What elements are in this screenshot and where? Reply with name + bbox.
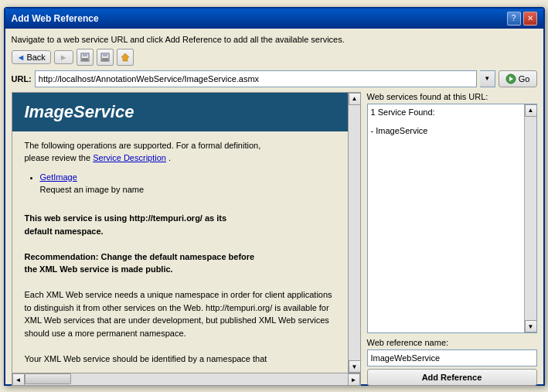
help-button[interactable]: ? bbox=[507, 12, 521, 26]
services-content: 1 Service Found: - ImageService bbox=[368, 104, 524, 333]
operations-list: GetImage Request an image by name bbox=[40, 171, 335, 196]
list-item: GetImage Request an image by name bbox=[40, 171, 335, 196]
ref-name-input[interactable] bbox=[367, 349, 537, 366]
svg-rect-5 bbox=[102, 58, 108, 61]
svg-rect-4 bbox=[103, 53, 107, 56]
service-header: ImageService bbox=[12, 93, 348, 131]
scroll-track-h[interactable] bbox=[25, 373, 348, 385]
forward-button[interactable]: ► bbox=[54, 50, 73, 64]
services-scroll-up[interactable]: ▲ bbox=[525, 104, 536, 117]
forward-arrow-icon: ► bbox=[60, 53, 68, 62]
services-section: Web services found at this URL: 1 Servic… bbox=[367, 92, 537, 334]
svg-rect-2 bbox=[82, 58, 88, 61]
svg-marker-6 bbox=[121, 53, 129, 61]
save-button-2[interactable] bbox=[97, 49, 114, 66]
add-reference-button[interactable]: Add Reference bbox=[367, 369, 537, 386]
left-inner: ImageService The following operations ar… bbox=[12, 93, 360, 373]
get-image-link[interactable]: GetImage bbox=[40, 172, 77, 182]
navigation-toolbar: ◄ Back ► bbox=[12, 49, 537, 66]
url-dropdown[interactable]: ▼ bbox=[480, 70, 495, 87]
svg-rect-1 bbox=[83, 53, 87, 56]
main-window: Add Web Reference ? ✕ Navigate to a web … bbox=[4, 7, 545, 386]
scroll-thumb-h[interactable] bbox=[25, 373, 71, 384]
left-vertical-scrollbar: ▲ ▼ bbox=[348, 93, 360, 373]
services-found-text: 1 Service Found: bbox=[371, 107, 521, 117]
url-label: URL: bbox=[12, 74, 32, 84]
services-list-box: 1 Service Found: - ImageService ▲ ▼ bbox=[367, 104, 537, 334]
close-button[interactable]: ✕ bbox=[523, 12, 537, 26]
left-content-scroll: ImageService The following operations ar… bbox=[12, 93, 348, 373]
ref-name-section: Web reference name: Add Reference bbox=[367, 338, 537, 386]
service-desc-para1: The following operations are supported. … bbox=[25, 139, 335, 165]
url-input[interactable] bbox=[35, 70, 477, 87]
home-button[interactable] bbox=[117, 49, 134, 66]
back-label: Back bbox=[26, 53, 45, 62]
ref-name-label: Web reference name: bbox=[367, 338, 537, 347]
services-scroll-down[interactable]: ▼ bbox=[525, 320, 536, 332]
go-button[interactable]: Go bbox=[499, 70, 537, 87]
service-item: - ImageService bbox=[371, 126, 521, 135]
recommendation: Recommendation: Change the default names… bbox=[25, 251, 335, 276]
service-description: The following operations are supported. … bbox=[12, 131, 348, 373]
back-arrow-icon: ◄ bbox=[17, 53, 26, 62]
save-button-1[interactable] bbox=[77, 49, 94, 66]
back-button[interactable]: ◄ Back bbox=[12, 50, 51, 64]
content-area: Navigate to a web service URL and click … bbox=[5, 29, 543, 393]
url-row: URL: ▼ Go bbox=[12, 70, 537, 87]
scroll-down-arrow[interactable]: ▼ bbox=[349, 360, 360, 373]
go-label: Go bbox=[519, 74, 530, 84]
title-bar-buttons: ? ✕ bbox=[507, 12, 537, 26]
scroll-up-arrow[interactable]: ▲ bbox=[349, 93, 360, 105]
instruction-text: Navigate to a web service URL and click … bbox=[12, 35, 537, 44]
more-text: Each XML Web service needs a unique name… bbox=[25, 288, 335, 339]
services-section-label: Web services found at this URL: bbox=[367, 92, 537, 101]
title-bar: Add Web Reference ? ✕ bbox=[5, 9, 543, 29]
right-panel: Web services found at this URL: 1 Servic… bbox=[367, 92, 537, 387]
service-desc-link[interactable]: Service Description bbox=[93, 153, 166, 162]
namespace-warning: This web service is using http://tempuri… bbox=[25, 212, 335, 237]
services-scroll-track[interactable] bbox=[525, 117, 536, 321]
operation-desc: Request an image by name bbox=[40, 185, 145, 194]
scroll-track-v[interactable] bbox=[349, 105, 360, 361]
left-horizontal-scrollbar: ◄ ► bbox=[12, 373, 360, 385]
left-panel: ImageService The following operations ar… bbox=[12, 92, 361, 387]
more-text-2: Your XML Web service should be identifie… bbox=[25, 353, 335, 366]
services-scrollbar: ▲ ▼ bbox=[524, 104, 536, 333]
scroll-right-arrow[interactable]: ► bbox=[348, 373, 360, 386]
window-title: Add Web Reference bbox=[12, 13, 99, 24]
scroll-left-arrow[interactable]: ◄ bbox=[12, 373, 25, 386]
main-split: ImageService The following operations ar… bbox=[12, 92, 537, 387]
